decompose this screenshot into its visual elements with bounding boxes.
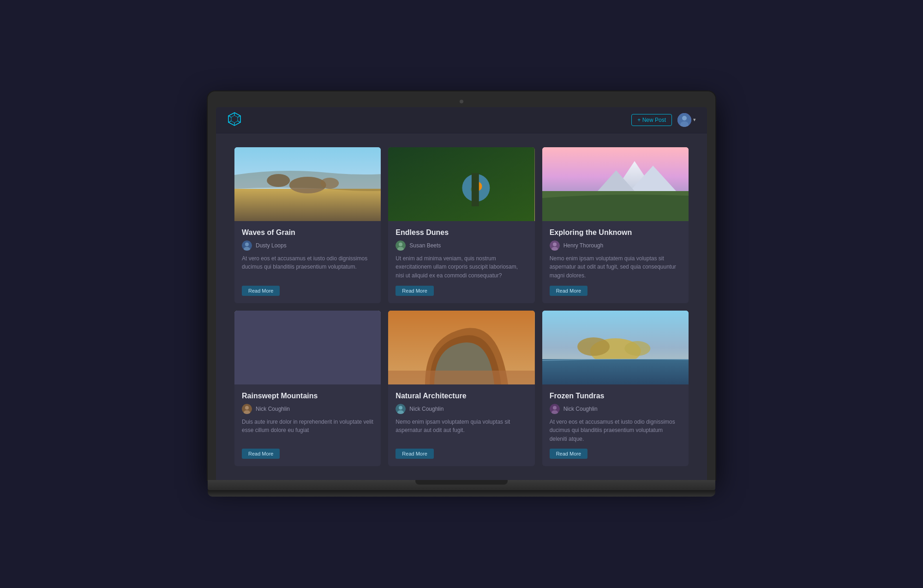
author-name: Susan Beets: [409, 242, 441, 249]
card-image-endless-dunes: [388, 147, 534, 221]
read-more-button[interactable]: Read More: [396, 286, 433, 296]
user-avatar: [677, 113, 691, 127]
svg-point-25: [399, 242, 402, 246]
avatar-chevron-icon: ▾: [693, 117, 696, 123]
user-menu[interactable]: ▾: [677, 113, 696, 127]
card-title: Exploring the Unknown: [550, 228, 681, 237]
svg-line-4: [238, 121, 240, 122]
card-excerpt: At vero eos et accusamus et iusto odio d…: [242, 254, 373, 280]
card-author: Nick Coughlin: [242, 404, 373, 414]
card-body-rainswept-mountains: Rainswept Mountains Nick Coughlin Duis a…: [234, 384, 381, 467]
card-body-frozen-tundras: Frozen Tundras Nick Coughlin At vero eos…: [542, 384, 689, 467]
svg-line-6: [228, 121, 231, 122]
app-content: Waves of Grain Dusty Loops At vero eos e…: [216, 133, 707, 480]
svg-point-17: [245, 242, 249, 246]
svg-rect-35: [234, 311, 381, 384]
screen: + New Post ▾: [216, 107, 707, 480]
new-post-button[interactable]: + New Post: [631, 114, 672, 126]
read-more-button[interactable]: Read More: [550, 449, 587, 459]
read-more-button[interactable]: Read More: [242, 449, 280, 459]
svg-marker-1: [231, 115, 238, 123]
card-title: Frozen Tundras: [550, 392, 681, 400]
svg-line-3: [238, 116, 240, 117]
author-name: Nick Coughlin: [409, 406, 444, 412]
card-title: Waves of Grain: [242, 228, 373, 237]
card-body-waves-of-grain: Waves of Grain Dusty Loops At vero eos e…: [234, 221, 381, 303]
svg-point-33: [553, 242, 557, 246]
card-title: Rainswept Mountains: [242, 392, 373, 400]
card-body-endless-dunes: Endless Dunes Susan Beets Ut enim ad min…: [388, 221, 534, 303]
card-title: Natural Architecture: [396, 392, 527, 400]
read-more-button[interactable]: Read More: [550, 286, 587, 296]
svg-point-42: [399, 406, 402, 409]
card-frozen-tundras: Frozen Tundras Nick Coughlin At vero eos…: [542, 311, 689, 467]
author-name: Nick Coughlin: [563, 406, 598, 412]
card-author: Henry Thorough: [550, 240, 681, 251]
svg-rect-19: [388, 147, 534, 221]
laptop-base: [208, 480, 715, 490]
svg-point-47: [624, 341, 650, 356]
cards-grid: Waves of Grain Dusty Loops At vero eos e…: [234, 147, 689, 467]
author-name: Nick Coughlin: [256, 406, 290, 412]
card-endless-dunes: Endless Dunes Susan Beets Ut enim ad min…: [388, 147, 534, 303]
card-excerpt: At vero eos et accusamus et iusto odio d…: [550, 418, 681, 444]
svg-point-50: [553, 406, 557, 409]
screen-bezel: + New Post ▾: [208, 91, 715, 480]
laptop-frame: + New Post ▾: [208, 91, 715, 497]
svg-rect-23: [472, 173, 479, 206]
svg-point-46: [577, 337, 610, 356]
svg-line-7: [228, 116, 231, 117]
svg-rect-40: [388, 371, 534, 384]
svg-rect-12: [234, 189, 381, 221]
logo: [227, 112, 242, 128]
card-image-exploring-unknown: [542, 147, 689, 221]
card-author: Nick Coughlin: [396, 404, 527, 414]
card-excerpt: Nemo enim ipsam voluptatem quia voluptas…: [550, 254, 681, 280]
card-author: Susan Beets: [396, 240, 527, 251]
card-excerpt: Nemo enim ipsam voluptatem quia voluptas…: [396, 418, 527, 444]
laptop-notch: [415, 480, 508, 485]
author-name: Henry Thorough: [563, 242, 604, 249]
app-header: + New Post ▾: [216, 107, 707, 133]
laptop-bottom: [208, 490, 715, 497]
read-more-button[interactable]: Read More: [396, 449, 433, 459]
card-body-natural-architecture: Natural Architecture Nick Coughlin Nemo …: [388, 384, 534, 467]
card-waves-of-grain: Waves of Grain Dusty Loops At vero eos e…: [234, 147, 381, 303]
card-image-natural-architecture: [388, 311, 534, 384]
card-body-exploring-unknown: Exploring the Unknown Henry Thorough Nem…: [542, 221, 689, 303]
read-more-button[interactable]: Read More: [242, 286, 280, 296]
card-rainswept-mountains: Rainswept Mountains Nick Coughlin Duis a…: [234, 311, 381, 467]
card-image-rainswept-mountains: [234, 311, 381, 384]
card-image-waves-of-grain: [234, 147, 381, 221]
card-exploring-unknown: Exploring the Unknown Henry Thorough Nem…: [542, 147, 689, 303]
card-title: Endless Dunes: [396, 228, 527, 237]
card-author: Nick Coughlin: [550, 404, 681, 414]
svg-point-9: [682, 116, 687, 120]
header-right: + New Post ▾: [631, 113, 696, 127]
card-image-frozen-tundras: [542, 311, 689, 384]
camera: [460, 100, 463, 103]
svg-point-37: [245, 406, 249, 409]
card-author: Dusty Loops: [242, 240, 373, 251]
card-natural-architecture: Natural Architecture Nick Coughlin Nemo …: [388, 311, 534, 467]
svg-rect-48: [542, 359, 689, 384]
author-name: Dusty Loops: [256, 242, 287, 249]
card-excerpt: Ut enim ad minima veniam, quis nostrum e…: [396, 254, 527, 280]
card-excerpt: Duis aute irure dolor in reprehenderit i…: [242, 418, 373, 444]
